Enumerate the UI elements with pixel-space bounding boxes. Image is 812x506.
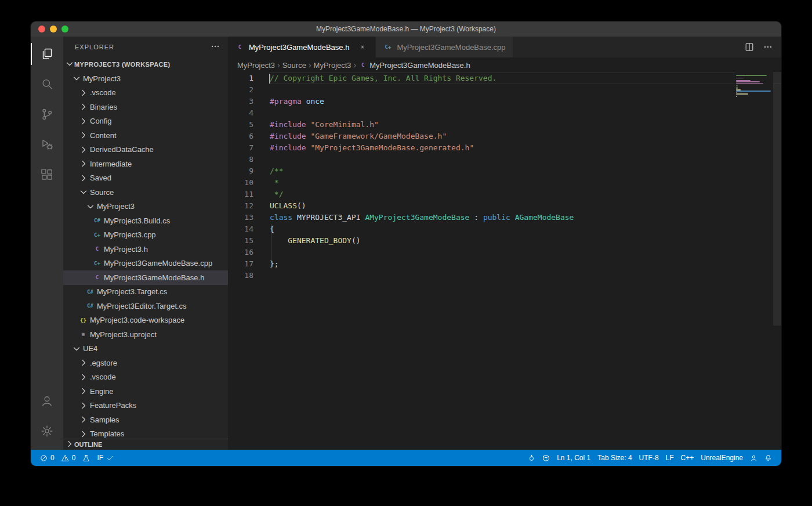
code-line[interactable]: 12UCLASS() bbox=[228, 200, 781, 212]
status-item-c-[interactable]: C++ bbox=[677, 450, 698, 466]
activity-search-button[interactable] bbox=[31, 69, 63, 99]
tree-folder-item[interactable]: Templates bbox=[63, 427, 228, 439]
tree-folder-item[interactable]: UE4 bbox=[63, 342, 228, 356]
tree-file-item[interactable]: C+MyProject3.cpp bbox=[63, 228, 228, 243]
tree-folder-item[interactable]: MyProject3 bbox=[63, 71, 228, 86]
activity-source-control-button[interactable] bbox=[31, 99, 63, 129]
code-line[interactable]: 8 bbox=[228, 154, 781, 165]
activity-settings-button[interactable] bbox=[31, 416, 63, 446]
status-item-if[interactable]: IF bbox=[93, 450, 117, 466]
zoom-button[interactable] bbox=[61, 26, 68, 32]
outline-section-header[interactable]: OUTLINE bbox=[63, 439, 228, 450]
tree-file-item[interactable]: {}MyProject3.code-workspace bbox=[63, 313, 228, 328]
line-number: 12 bbox=[228, 200, 270, 212]
minimap-line bbox=[736, 96, 737, 97]
tree-folder-item[interactable]: Engine bbox=[63, 384, 228, 399]
tree-folder-item[interactable]: Config bbox=[63, 114, 228, 129]
workspace-section-header[interactable]: MYPROJECT3 (WORKSPACE) bbox=[63, 57, 228, 71]
chevron-right-icon bbox=[78, 373, 88, 382]
sidebar-title: EXPLORER bbox=[75, 44, 114, 50]
code-line[interactable]: 10 * bbox=[228, 177, 781, 189]
code-line[interactable]: 4 bbox=[228, 107, 781, 119]
tree-folder-item[interactable]: Content bbox=[63, 128, 228, 143]
title-bar[interactable]: MyProject3GameModeBase.h — MyProject3 (W… bbox=[31, 21, 781, 37]
status-item-flame[interactable] bbox=[524, 450, 539, 466]
code-line[interactable]: 9/** bbox=[228, 165, 781, 177]
chevron-down-icon bbox=[78, 187, 88, 197]
status-label: IF bbox=[97, 454, 103, 462]
breadcrumb-item[interactable]: MyProject3 bbox=[314, 61, 351, 70]
tree-file-item[interactable]: C#MyProject3Editor.Target.cs bbox=[63, 299, 228, 313]
tree-folder-item[interactable]: .vscode bbox=[63, 370, 228, 385]
code-line[interactable]: 2 bbox=[228, 84, 781, 96]
code-line[interactable]: 5#include "CoreMinimal.h" bbox=[228, 119, 781, 131]
code-line[interactable]: 1// Copyright Epic Games, Inc. All Right… bbox=[228, 73, 781, 84]
status-item-tab-size-4[interactable]: Tab Size: 4 bbox=[594, 450, 635, 466]
activity-explorer-button[interactable] bbox=[31, 39, 63, 69]
tree-folder-item[interactable]: Saved bbox=[63, 171, 228, 186]
status-item-package[interactable] bbox=[539, 450, 553, 466]
chevron-right-icon bbox=[78, 145, 88, 154]
tree-folder-item[interactable]: MyProject3 bbox=[63, 200, 228, 214]
code-line[interactable]: 7#include "MyProject3GameModeBase.genera… bbox=[228, 142, 781, 154]
code-line[interactable]: 17}; bbox=[228, 258, 781, 270]
beaker-icon bbox=[82, 454, 90, 462]
code-line[interactable]: 18 bbox=[228, 270, 781, 281]
tree-folder-item[interactable]: Intermediate bbox=[63, 157, 228, 171]
tree-folder-item[interactable]: Samples bbox=[63, 413, 228, 427]
close-button[interactable] bbox=[38, 26, 45, 32]
editor[interactable]: 1// Copyright Epic Games, Inc. All Right… bbox=[228, 73, 781, 450]
code-line[interactable]: 6#include "GameFramework/GameModeBase.h" bbox=[228, 131, 781, 142]
tree-folder-item[interactable]: Binaries bbox=[63, 100, 228, 114]
activity-extensions-button[interactable] bbox=[31, 160, 63, 190]
line-text bbox=[270, 84, 781, 96]
tree-folder-item[interactable]: .vscode bbox=[63, 86, 228, 100]
status-item-bell[interactable] bbox=[761, 450, 775, 466]
tree-folder-item[interactable]: DerivedDataCache bbox=[63, 143, 228, 157]
activity-account-button[interactable] bbox=[31, 386, 63, 416]
breadcrumb-label: Source bbox=[282, 61, 306, 70]
breadcrumb-item[interactable]: CMyProject3GameModeBase.h bbox=[358, 61, 470, 70]
status-item-unrealengine[interactable]: UnrealEngine bbox=[697, 450, 746, 466]
item-label: MyProject3 bbox=[97, 202, 135, 211]
split-editor-button[interactable] bbox=[742, 39, 757, 55]
code-line[interactable]: 16 bbox=[228, 247, 781, 258]
code-line[interactable]: 14{ bbox=[228, 223, 781, 235]
close-icon[interactable] bbox=[357, 41, 368, 53]
item-label: MyProject3GameModeBase.cpp bbox=[104, 259, 212, 268]
tree-file-item[interactable]: C#MyProject3.Target.cs bbox=[63, 285, 228, 299]
status-item-0[interactable]: 0 bbox=[37, 450, 58, 466]
vertical-scrollbar[interactable] bbox=[773, 73, 781, 326]
code-line[interactable]: 15 GENERATED_BODY() bbox=[228, 235, 781, 247]
line-number: 10 bbox=[228, 177, 270, 189]
status-item-utf-8[interactable]: UTF-8 bbox=[636, 450, 662, 466]
status-item-lf[interactable]: LF bbox=[662, 450, 677, 466]
tree-file-item[interactable]: ≡MyProject3.uproject bbox=[63, 327, 228, 342]
code-line[interactable]: 3#pragma once bbox=[228, 96, 781, 107]
minimap[interactable] bbox=[735, 73, 773, 450]
more-button[interactable] bbox=[760, 39, 775, 55]
code-line[interactable]: 13class MYPROJECT3_API AMyProject3GameMo… bbox=[228, 212, 781, 223]
status-item-beaker[interactable] bbox=[79, 450, 93, 466]
explorer-actions[interactable] bbox=[211, 42, 220, 52]
activity-run-debug-button[interactable] bbox=[31, 129, 63, 160]
tree-file-item[interactable]: C#MyProject3.Build.cs bbox=[63, 214, 228, 228]
account-icon bbox=[40, 394, 54, 408]
tree-folder-item[interactable]: .egstore bbox=[63, 356, 228, 370]
status-item-person[interactable] bbox=[746, 450, 761, 466]
tree-file-item[interactable]: CMyProject3GameModeBase.h bbox=[63, 270, 228, 285]
tree-folder-item[interactable]: FeaturePacks bbox=[63, 399, 228, 413]
chevron-right-icon bbox=[78, 131, 88, 140]
tree-file-item[interactable]: C+MyProject3GameModeBase.cpp bbox=[63, 256, 228, 271]
breadcrumb-item[interactable]: Source bbox=[282, 61, 306, 70]
tree-folder-item[interactable]: Source bbox=[63, 185, 228, 200]
editor-tab[interactable]: C+MyProject3GameModeBase.cpp bbox=[376, 37, 513, 57]
editor-tab[interactable]: CMyProject3GameModeBase.h bbox=[228, 37, 376, 57]
minimize-button[interactable] bbox=[50, 26, 57, 32]
status-item-ln-1-col-1[interactable]: Ln 1, Col 1 bbox=[553, 450, 594, 466]
status-item-0[interactable]: 0 bbox=[58, 450, 79, 466]
code-line[interactable]: 11 */ bbox=[228, 189, 781, 200]
tree-file-item[interactable]: CMyProject3.h bbox=[63, 242, 228, 256]
line-number: 18 bbox=[228, 270, 270, 281]
breadcrumb-item[interactable]: MyProject3 bbox=[237, 61, 275, 70]
